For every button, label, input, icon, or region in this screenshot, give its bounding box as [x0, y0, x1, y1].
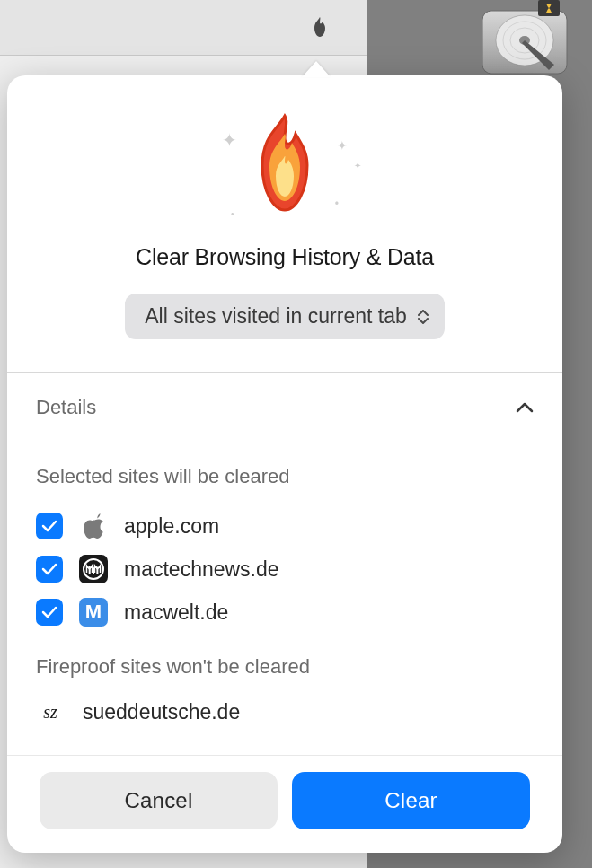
action-buttons: Cancel Clear: [7, 755, 562, 853]
site-domain: macwelt.de: [124, 601, 228, 625]
updown-chevron-icon: [418, 310, 429, 324]
details-toggle[interactable]: Details: [7, 373, 562, 443]
fire-illustration: ✦ ✦ • ✦ •: [204, 111, 366, 228]
sueddeutsche-favicon-icon: sz: [36, 702, 65, 723]
site-checkbox[interactable]: [36, 556, 63, 583]
site-checkbox[interactable]: [36, 599, 63, 626]
macwelt-favicon-icon: M: [79, 598, 108, 627]
site-domain: sueddeutsche.de: [83, 700, 240, 724]
fireproof-row: sz sueddeutsche.de: [36, 695, 534, 730]
cancel-button[interactable]: Cancel: [40, 772, 278, 829]
site-domain: apple.com: [124, 514, 219, 539]
clear-data-popup: ✦ ✦ • ✦ • Clear Browsing History & Data …: [7, 75, 562, 853]
site-checkbox[interactable]: [36, 513, 63, 539]
sites-section: Selected sites will be cleared apple.com: [7, 443, 562, 755]
checkmark-icon: [41, 606, 57, 618]
toolbar: [0, 0, 367, 56]
popup-hero: ✦ ✦ • ✦ • Clear Browsing History & Data …: [7, 75, 562, 372]
selected-sites-label: Selected sites will be cleared: [36, 465, 534, 488]
popup-title: Clear Browsing History & Data: [25, 244, 544, 270]
details-label: Details: [36, 396, 96, 419]
chevron-up-icon: [516, 401, 534, 414]
site-domain: mactechnews.de: [124, 557, 279, 582]
apple-favicon-icon: [79, 512, 108, 540]
fireproof-section: Fireproof sites won't be cleared sz sued…: [36, 655, 534, 730]
sparkle-icon: ✦: [354, 161, 361, 171]
checkmark-icon: [41, 563, 57, 575]
sparkle-icon: ✦: [222, 129, 237, 151]
sparkle-icon: ✦: [337, 138, 348, 153]
mactechnews-favicon-icon: m: [79, 555, 108, 583]
fire-button[interactable]: [307, 15, 332, 40]
scope-dropdown[interactable]: All sites visited in current tab: [125, 294, 444, 339]
site-row: m mactechnews.de: [36, 548, 534, 591]
disk-drive-icon[interactable]: [475, 0, 574, 81]
checkmark-icon: [41, 520, 57, 532]
sparkle-icon: •: [335, 197, 339, 210]
dropdown-selected-text: All sites visited in current tab: [145, 304, 406, 329]
site-row: M macwelt.de: [36, 591, 534, 634]
svg-rect-5: [538, 0, 560, 16]
fireproof-label: Fireproof sites won't be cleared: [36, 655, 534, 679]
popup-pointer: [302, 61, 331, 77]
svg-text:m: m: [88, 562, 99, 576]
clear-button[interactable]: Clear: [292, 772, 530, 829]
sparkle-icon: •: [231, 209, 234, 219]
site-row: apple.com: [36, 504, 534, 548]
fire-icon: [309, 15, 331, 40]
